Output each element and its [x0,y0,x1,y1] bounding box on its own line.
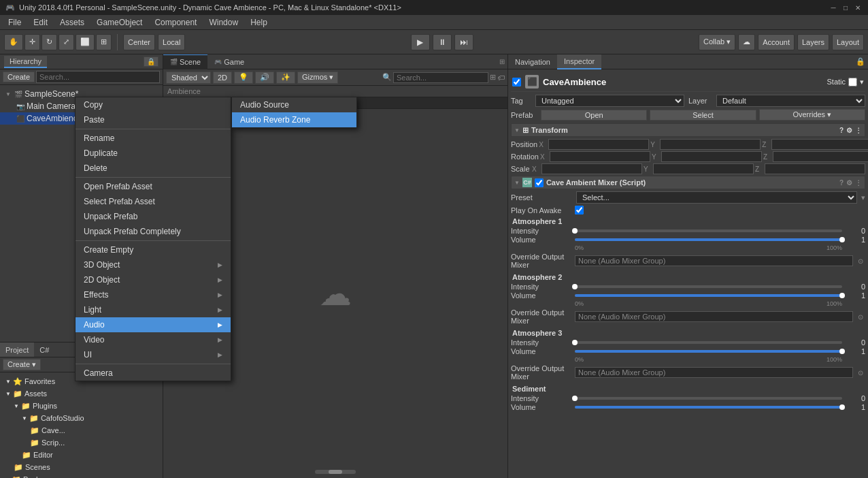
ctx-unpack-completely[interactable]: Unpack Prefab Completely [76,224,231,239]
project-tab[interactable]: Project [0,342,34,357]
scale-tool[interactable]: ⤢ [59,34,74,50]
collab-button[interactable]: Collab ▾ [699,34,735,50]
atm2-intensity-track[interactable] [575,285,842,288]
menu-window[interactable]: Window [203,16,244,29]
multi-tool[interactable]: ⊞ [96,34,112,50]
ctx-audio[interactable]: Audio ▶ [76,317,231,332]
atm2-volume-thumb[interactable] [839,293,845,298]
proj-cafofostudio[interactable]: ▼ 📁 CafofoStudio [3,412,160,424]
ctx-effects[interactable]: Effects ▶ [76,287,231,302]
ctx-ui[interactable]: UI ▶ [76,347,231,362]
atm2-mixer-icon[interactable]: ⊙ [856,313,865,321]
atm2-volume-track[interactable] [575,294,842,297]
scene-scrollbar[interactable] [163,470,507,474]
atm1-intensity-track[interactable] [575,229,842,232]
cloud-button[interactable]: ☁ [738,34,755,50]
project-create-button[interactable]: Create ▾ [3,359,41,370]
atm3-mixer-icon[interactable]: ⊙ [856,369,865,377]
pause-button[interactable]: ⏸ [433,34,452,50]
play-button[interactable]: ▶ [411,34,430,50]
ctx-unpack-prefab[interactable]: Unpack Prefab [76,209,231,224]
ctx-create-empty[interactable]: Create Empty [76,242,231,257]
script-section-header[interactable]: ▼ C# Cave Ambient Mixer (Script) ? ⚙ ⋮ [511,176,865,189]
maximize-button[interactable]: □ [841,3,850,12]
rotation-z-input[interactable]: 0 [773,151,868,162]
layout-button[interactable]: Layout [832,34,864,50]
transform-info-icon[interactable]: ? [839,127,844,134]
minimize-button[interactable]: ─ [829,3,838,12]
audio-toggle[interactable]: 🔊 [255,71,274,84]
menu-help[interactable]: Help [245,16,273,29]
menu-assets[interactable]: Assets [54,16,90,29]
play-on-awake-checkbox[interactable] [575,206,584,214]
transform-settings-icon[interactable]: ⚙ [846,127,852,134]
rotation-x-input[interactable]: 0 [550,151,650,162]
atm3-intensity-track[interactable] [575,341,842,344]
proj-scenes[interactable]: 📁 Scenes [3,461,160,473]
sed-intensity-track[interactable] [575,397,842,400]
ctx-copy[interactable]: Copy [76,97,231,112]
proj-cave[interactable]: 📁 Cave... [3,424,160,436]
console-tab[interactable]: C# [34,342,54,357]
sub-audio-source[interactable]: Audio Source [232,97,356,112]
atm1-volume-thumb[interactable] [839,237,845,242]
layer-dropdown[interactable]: Default [716,95,865,107]
hierarchy-tab[interactable]: Hierarchy [4,56,47,68]
atm3-volume-track[interactable] [575,350,842,353]
position-y-input[interactable]: 0 [660,139,761,150]
prefab-select-button[interactable]: Select [650,110,756,121]
local-toggle[interactable]: Local [158,34,185,50]
ctx-delete[interactable]: Delete [76,161,231,176]
inspector-lock-button[interactable]: 🔒 [853,54,868,69]
prefab-open-button[interactable]: Open [541,110,647,121]
navigation-tab[interactable]: Navigation [508,54,557,69]
scene-search-input[interactable] [393,72,488,83]
inspector-tab[interactable]: Inspector [557,54,601,69]
script-enable-checkbox[interactable] [535,178,544,187]
ctx-light[interactable]: Light ▶ [76,302,231,317]
preset-dropdown[interactable]: Select... [576,191,857,204]
rotate-tool[interactable]: ↻ [41,34,57,50]
menu-component[interactable]: Component [149,16,202,29]
hierarchy-search-input[interactable] [36,71,160,83]
atm1-volume-track[interactable] [575,238,842,241]
hierarchy-lock-button[interactable]: 🔒 [144,57,158,67]
shaded-dropdown[interactable]: Shaded [166,71,211,84]
rect-tool[interactable]: ⬜ [76,34,95,50]
proj-assets[interactable]: ▼ 📁 Assets [3,387,160,400]
ctx-duplicate[interactable]: Duplicate [76,146,231,161]
gizmos-toggle[interactable]: Gizmos ▾ [297,71,338,84]
ctx-paste[interactable]: Paste [76,112,231,127]
title-bar-controls[interactable]: ─ □ ✕ [829,3,863,12]
atm3-volume-thumb[interactable] [839,349,845,354]
position-x-input[interactable]: 0 [548,139,649,150]
ctx-2d-object[interactable]: 2D Object ▶ [76,272,231,287]
center-toggle[interactable]: Center [123,34,155,50]
position-z-input[interactable]: 0 [771,139,868,150]
hierarchy-create-button[interactable]: Create [3,71,35,82]
scale-y-input[interactable]: 1 [653,163,754,174]
2d-toggle[interactable]: 2D [213,71,232,84]
rotation-y-input[interactable]: 0 [661,151,762,162]
ctx-select-prefab[interactable]: Select Prefab Asset [76,194,231,209]
move-tool[interactable]: ✛ [24,34,40,50]
tag-dropdown[interactable]: Untagged [535,95,684,107]
scene-tab-game[interactable]: 🎮 Game [207,54,251,69]
scale-x-input[interactable]: 1 [541,163,642,174]
script-settings-icon[interactable]: ⚙ [846,179,852,187]
step-button[interactable]: ⏭ [454,34,473,50]
proj-packages[interactable]: ▶ 📁 Packages [3,473,160,478]
effects-toggle[interactable]: ✨ [276,71,295,84]
ctx-rename[interactable]: Rename [76,131,231,146]
sed-volume-track[interactable] [575,406,842,409]
context-menu[interactable]: Copy Paste Rename Duplicate Delete Open … [75,97,231,381]
account-button[interactable]: Account [758,34,795,50]
scene-tab-scene[interactable]: 🎬 Scene [163,54,207,69]
transform-section-header[interactable]: ▼ ⊞ Transform ? ⚙ ⋮ [511,123,865,137]
sed-intensity-thumb[interactable] [572,396,578,401]
close-button[interactable]: ✕ [853,3,863,12]
hand-tool[interactable]: ✋ [4,34,23,50]
scale-z-input[interactable]: 1 [765,163,865,174]
object-active-checkbox[interactable] [512,78,521,86]
ctx-video[interactable]: Video ▶ [76,332,231,347]
